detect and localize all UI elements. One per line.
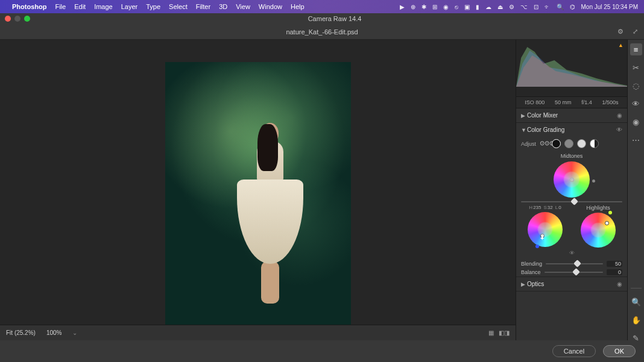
midtones-label: Midtones xyxy=(516,152,627,160)
section-title: Color Mixer xyxy=(527,112,558,119)
highlights-toggle[interactable] xyxy=(577,139,586,148)
status-icon: ⚙ xyxy=(509,4,514,10)
control-center-icon[interactable]: ⌬ xyxy=(570,4,575,10)
before-after-single-icon[interactable]: ▦ xyxy=(488,329,494,336)
titlebar: Camera Raw 14.4 xyxy=(0,13,644,24)
balance-label: Balance xyxy=(521,269,541,275)
menu-3d[interactable]: 3D xyxy=(219,3,227,10)
shadows-color-wheel[interactable]: ✦ xyxy=(528,212,563,247)
highlights-label: Highlights xyxy=(586,205,610,211)
heal-tool-icon[interactable]: ◌ xyxy=(630,80,642,92)
blending-slider[interactable] xyxy=(546,263,603,264)
status-icon: ⊕ xyxy=(411,4,415,10)
menu-edit[interactable]: Edit xyxy=(74,3,86,10)
highlights-edge-dot[interactable] xyxy=(608,211,612,214)
zoom-tool-icon[interactable]: 🔍 xyxy=(630,296,642,308)
canvas-footer: Fit (25.2%) 100% ⌄ ▦ ◧◨ xyxy=(0,325,516,340)
midtones-luminance-dot[interactable] xyxy=(592,179,595,183)
midtones-toggle[interactable] xyxy=(564,139,573,148)
hand-tool-icon[interactable]: ✋ xyxy=(630,314,642,326)
menu-file[interactable]: File xyxy=(55,3,66,10)
adjust-label: Adjust xyxy=(521,141,536,147)
balance-row: Balance 0 xyxy=(516,268,627,276)
menu-help[interactable]: Help xyxy=(291,3,305,10)
menu-image[interactable]: Image xyxy=(94,3,113,10)
mask-tool-icon[interactable]: 👁 xyxy=(630,98,642,110)
filename-bar: nature_Kat_-66-Edit.psd ⚙ ⤢ xyxy=(0,24,644,40)
midtones-indicator[interactable] xyxy=(570,178,574,182)
shadows-toggle[interactable] xyxy=(552,139,561,148)
three-way-icon[interactable]: ⊙⊙⊙ xyxy=(540,140,548,148)
highlights-indicator[interactable] xyxy=(605,221,609,225)
visibility-icon[interactable]: 👁 xyxy=(616,126,622,133)
window-close-button[interactable] xyxy=(5,16,11,22)
exif-aperture: f/1.4 xyxy=(581,99,592,105)
blending-value[interactable]: 50 xyxy=(607,261,622,267)
midtones-color-wheel[interactable] xyxy=(554,161,590,198)
exif-readout: ISO 800 50 mm f/1.4 1/500s xyxy=(516,97,627,108)
menu-view[interactable]: View xyxy=(236,3,250,10)
edit-tool-icon[interactable]: ≡ xyxy=(630,43,642,55)
settings-icon[interactable]: ⚙ xyxy=(617,28,623,36)
histogram[interactable]: ▲ xyxy=(516,40,627,97)
menu-layer[interactable]: Layer xyxy=(121,3,138,10)
image-canvas[interactable] xyxy=(0,40,516,362)
clipping-warning-icon[interactable]: ▲ xyxy=(618,42,623,48)
more-icon[interactable]: ⋯ xyxy=(630,134,642,146)
dialog-footer: Cancel OK xyxy=(0,340,644,362)
mac-menubar: Photoshop File Edit Image Layer Type Sel… xyxy=(0,0,644,13)
exif-focal: 50 mm xyxy=(555,99,572,105)
ok-button[interactable]: OK xyxy=(603,345,636,357)
window-minimize-button[interactable] xyxy=(14,16,21,22)
menu-type[interactable]: Type xyxy=(146,3,160,10)
window-zoom-button[interactable] xyxy=(24,16,30,22)
visibility-icon[interactable]: ◉ xyxy=(617,112,622,119)
exif-shutter: 1/500s xyxy=(602,99,619,105)
section-optics[interactable]: ▶ Optics ◉ xyxy=(516,277,627,292)
highlights-color-wheel[interactable] xyxy=(581,213,616,248)
visibility-icon[interactable]: ◉ xyxy=(617,281,622,287)
chevron-right-icon: ▶ xyxy=(521,113,527,119)
menu-filter[interactable]: Filter xyxy=(196,3,210,10)
status-icon: ⌥ xyxy=(520,4,528,10)
zoom-100[interactable]: 100% xyxy=(46,329,62,336)
status-icon: ✱ xyxy=(421,4,426,10)
edit-panel: ▲ ISO 800 50 mm f/1.4 1/500s ▶ Color Mix… xyxy=(516,40,627,362)
status-icon: ☁ xyxy=(485,4,491,10)
status-icon: ▣ xyxy=(464,4,470,10)
zoom-fit[interactable]: Fit (25.2%) xyxy=(6,329,36,336)
app-name[interactable]: Photoshop xyxy=(12,3,46,10)
window-title: Camera Raw 14.4 xyxy=(30,15,639,22)
blending-row: Blending 50 xyxy=(516,260,627,268)
global-toggle[interactable] xyxy=(590,139,599,148)
filename: nature_Kat_-66-Edit.psd xyxy=(286,28,358,36)
section-header-color-grading[interactable]: ▼ Color Grading 👁 xyxy=(516,123,627,137)
shadows-edge-dot[interactable] xyxy=(535,245,539,248)
section-title: Color Grading xyxy=(527,126,564,133)
right-toolstrip: ≡ ✂ ◌ 👁 ◉ ⋯ 🔍 ✋ ✎ ⊞ xyxy=(627,40,644,362)
menu-window[interactable]: Window xyxy=(259,3,282,10)
redeye-tool-icon[interactable]: ◉ xyxy=(630,116,642,128)
chevron-down-icon: ▼ xyxy=(521,127,527,133)
before-after-split-icon[interactable]: ◧◨ xyxy=(499,329,510,336)
status-icon: ⊞ xyxy=(432,4,437,10)
crop-tool-icon[interactable]: ✂ xyxy=(630,61,642,73)
cancel-button[interactable]: Cancel xyxy=(552,345,596,357)
fullscreen-icon[interactable]: ⤢ xyxy=(633,28,638,36)
exif-iso: ISO 800 xyxy=(525,99,545,105)
menu-select[interactable]: Select xyxy=(169,3,188,10)
clock[interactable]: Mon Jul 25 10:34 PM xyxy=(581,4,639,10)
search-icon[interactable]: 🔍 xyxy=(557,4,564,10)
zoom-dropdown-icon[interactable]: ⌄ xyxy=(72,329,77,336)
link-visibility-icon[interactable]: 👁 xyxy=(516,250,627,256)
camera-raw-window: Camera Raw 14.4 nature_Kat_-66-Edit.psd … xyxy=(0,13,644,362)
balance-value[interactable]: 0 xyxy=(607,269,622,275)
wifi-icon[interactable]: ᯤ xyxy=(545,4,551,10)
midtones-luminance-slider[interactable] xyxy=(521,201,622,202)
section-color-mixer[interactable]: ▶ Color Mixer ◉ xyxy=(516,108,627,123)
cursor-icon: ✦ xyxy=(540,235,548,243)
adjust-mode-row: Adjust ⊙⊙⊙ xyxy=(516,137,627,152)
status-icon: ▮ xyxy=(476,4,479,10)
status-icon: ▶ xyxy=(400,4,405,10)
balance-slider[interactable] xyxy=(545,272,603,273)
